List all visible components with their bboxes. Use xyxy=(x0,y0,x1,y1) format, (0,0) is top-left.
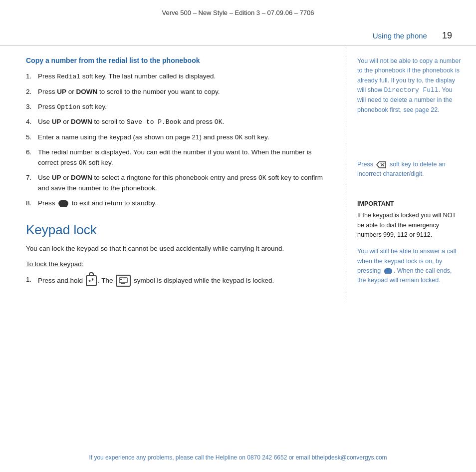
important-blue-note: You will still be able to answer a call … xyxy=(357,247,462,286)
keypad-lock-section: Keypad lock You can lock the keypad so t… xyxy=(26,222,332,287)
left-column: Copy a number from the redial list to th… xyxy=(0,45,346,303)
keypad-lock-title: Keypad lock xyxy=(26,222,332,238)
right-note-2: Press soft key to delete an incorrect ch… xyxy=(357,160,462,179)
end-call-icon-right xyxy=(384,268,393,275)
step-5: 5. Enter a name using the keypad (as sho… xyxy=(26,132,332,143)
main-content: Copy a number from the redial list to th… xyxy=(0,45,476,303)
svg-rect-7 xyxy=(123,279,126,279)
header-title: Verve 500 – New Style – Edition 3 – 07.0… xyxy=(162,9,314,16)
to-lock-label: To lock the keypad: xyxy=(26,259,332,270)
svg-rect-2 xyxy=(59,203,61,206)
footer-text: If you experience any problems, please c… xyxy=(89,454,387,461)
top-section: Using the phone 19 xyxy=(0,21,476,45)
svg-rect-3 xyxy=(65,203,68,206)
end-call-icon xyxy=(58,199,69,207)
right-column: You will not be able to copy a number to… xyxy=(346,45,476,303)
right-note-1: You will not be able to copy a number to… xyxy=(357,56,462,115)
svg-rect-14 xyxy=(384,271,386,273)
step-6: 6. The redial number is displayed. You c… xyxy=(26,147,332,168)
important-text: If the keypad is locked you will NOT be … xyxy=(357,211,462,240)
step-2: 2. Press UP or DOWN to scroll to the num… xyxy=(26,87,332,97)
step-3: 3. Press Option soft key. xyxy=(26,102,332,112)
step-1: 1. Press Redial soft key. The last numbe… xyxy=(26,71,332,82)
footer: If you experience any problems, please c… xyxy=(0,445,476,466)
step-8: 8. Press to exit and return to standby. xyxy=(26,198,332,208)
svg-rect-8 xyxy=(123,280,125,280)
svg-rect-15 xyxy=(390,271,392,273)
copy-section: Copy a number from the redial list to th… xyxy=(26,56,332,208)
step-4: 4. Use UP or DOWN to scroll to Save to P… xyxy=(26,117,332,127)
important-label: IMPORTANT xyxy=(357,199,462,209)
keypad-step-1: 1. Press and hold ★* . The xyxy=(26,275,332,287)
important-section: IMPORTANT If the keypad is locked you wi… xyxy=(357,199,462,286)
svg-marker-9 xyxy=(377,162,386,168)
page-header: Verve 500 – New Style – Edition 3 – 07.0… xyxy=(0,0,476,21)
keypad-lock-steps: 1. Press and hold ★* . The xyxy=(26,275,332,287)
step-7: 7. Use UP or DOWN to select a ringtone f… xyxy=(26,173,332,193)
svg-rect-6 xyxy=(120,279,122,280)
copy-steps-list: 1. Press Redial soft key. The last numbe… xyxy=(26,71,332,208)
phone-display-icon xyxy=(116,275,131,287)
lock-key-icon: ★* xyxy=(86,275,97,287)
section-label: Using the phone xyxy=(373,31,427,40)
page-number: 19 xyxy=(442,30,452,41)
copy-section-title: Copy a number from the redial list to th… xyxy=(26,56,332,64)
keypad-lock-description: You can lock the keypad so that it canno… xyxy=(26,244,332,254)
right-note-2-container: Press soft key to delete an incorrect ch… xyxy=(357,160,462,179)
svg-rect-5 xyxy=(121,283,125,284)
backspace-icon xyxy=(376,161,387,169)
